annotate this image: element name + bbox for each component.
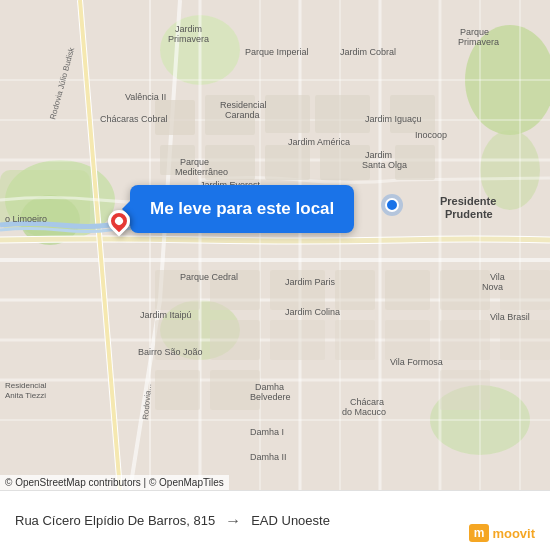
svg-text:Vila Brasil: Vila Brasil [490,312,530,322]
svg-text:Jardim: Jardim [365,150,392,160]
svg-text:Caranda: Caranda [225,110,260,120]
svg-text:Anita Tiezzi: Anita Tiezzi [5,391,46,400]
svg-text:Valência II: Valência II [125,92,166,102]
svg-rect-30 [385,320,430,360]
svg-text:Primavera: Primavera [168,34,209,44]
moovit-text: moovit [492,526,535,541]
svg-text:Parque: Parque [460,27,489,37]
svg-text:Damha II: Damha II [250,452,287,462]
svg-rect-35 [500,320,550,360]
svg-rect-27 [385,270,430,310]
svg-text:Jardim Cobral: Jardim Cobral [340,47,396,57]
svg-text:Residencial: Residencial [5,381,47,390]
svg-text:Residencial: Residencial [220,100,267,110]
svg-text:Parque Cedral: Parque Cedral [180,272,238,282]
svg-text:Bairro São João: Bairro São João [138,347,203,357]
svg-text:Inocoop: Inocoop [415,130,447,140]
tooltip-bubble[interactable]: Me leve para este local [130,185,354,233]
svg-text:Belvedere: Belvedere [250,392,291,402]
svg-text:Damha: Damha [255,382,284,392]
svg-text:Santa Olga: Santa Olga [362,160,407,170]
svg-rect-21 [155,370,200,410]
svg-text:Vila Formosa: Vila Formosa [390,357,443,367]
svg-text:Jardim América: Jardim América [288,137,350,147]
blue-dot [385,198,399,212]
svg-text:Chácara: Chácara [350,397,384,407]
svg-text:Jardim Iguaçu: Jardim Iguaçu [365,114,422,124]
svg-text:Jardim Colina: Jardim Colina [285,307,340,317]
arrow-icon: → [225,512,241,530]
svg-rect-15 [315,95,370,133]
svg-rect-23 [210,320,260,360]
svg-text:do Macuco: do Macuco [342,407,386,417]
svg-text:Vila: Vila [490,272,505,282]
svg-text:Jardim Paris: Jardim Paris [285,277,336,287]
moovit-logo: m moovit [469,524,535,542]
map-container: Jardim Primavera Parque Imperial Jardim … [0,0,550,490]
svg-rect-33 [440,370,490,410]
svg-rect-25 [270,270,325,310]
svg-text:Jardim: Jardim [175,24,202,34]
svg-text:Prudente: Prudente [445,208,493,220]
svg-rect-29 [335,320,375,360]
svg-rect-24 [210,370,260,410]
svg-text:Primavera: Primavera [458,37,499,47]
svg-rect-14 [265,145,310,180]
moovit-letter: m [469,524,490,542]
bottom-bar: Rua Cícero Elpídio De Barros, 815 → EAD … [0,490,550,550]
svg-text:Mediterrâneo: Mediterrâneo [175,167,228,177]
tooltip-label: Me leve para este local [150,199,334,218]
svg-text:Parque: Parque [180,157,209,167]
location-pin [108,210,130,232]
svg-text:o Limoeiro: o Limoeiro [5,214,47,224]
svg-text:Jardim Itaipú: Jardim Itaipú [140,310,192,320]
svg-rect-34 [500,270,550,310]
svg-text:Chácaras Cobral: Chácaras Cobral [100,114,168,124]
svg-rect-26 [335,270,375,310]
map-attribution: © OpenStreetMap contributors | © OpenMap… [0,475,229,490]
svg-text:Damha I: Damha I [250,427,284,437]
origin-text: Rua Cícero Elpídio De Barros, 815 [15,513,215,528]
svg-text:Presidente: Presidente [440,195,496,207]
svg-text:Parque Imperial: Parque Imperial [245,47,309,57]
svg-text:Nova: Nova [482,282,503,292]
svg-rect-28 [270,320,325,360]
svg-rect-13 [265,95,310,133]
svg-rect-32 [440,320,490,360]
map-svg: Jardim Primavera Parque Imperial Jardim … [0,0,550,490]
